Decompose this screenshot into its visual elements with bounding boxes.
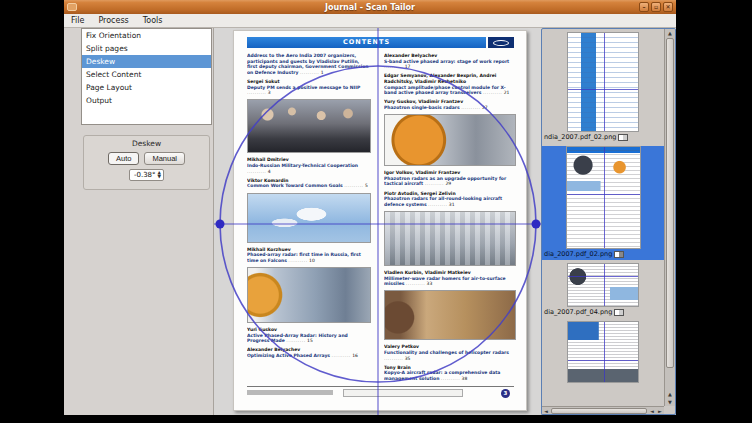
- toc-entry: Alexander Belyachev Optimizing Active Ph…: [247, 347, 371, 358]
- right-page-icon: [614, 251, 624, 258]
- menubar: File Process Tools: [64, 14, 676, 28]
- scan-tailor-window: Journal - Scan Tailor – ▫ ✕ File Process…: [64, 0, 676, 415]
- thumbnail-item[interactable]: dia_2007.pdf_04.png: [542, 263, 664, 318]
- deskew-options-panel: Deskew Auto Manual -0.38° ▲ ▼: [83, 135, 210, 190]
- turbine-engine-photo: [247, 267, 371, 323]
- left-page-icon: [618, 134, 628, 141]
- footer-box: [343, 389, 463, 397]
- toc-entry: Yury Guskov, Vladimir Frantzev Phazotron…: [384, 99, 516, 110]
- thumbnail-filename: dia_2007.pdf_02.png: [544, 250, 612, 258]
- stage-list: Fix Orientation Split pages Deskew Selec…: [81, 28, 212, 125]
- toc-column-left: Address to the Aero India 2007 organizer…: [247, 53, 371, 384]
- scroll-right-icon[interactable]: ►: [656, 408, 664, 414]
- horizontal-scrollbar[interactable]: ◄ ◄ ►: [542, 406, 664, 414]
- toc-entry: Tony Brain Kopyo-A aircraft radar: a com…: [384, 365, 516, 382]
- stage-sidebar: Fix Orientation Split pages Deskew Selec…: [64, 28, 214, 415]
- deskew-panel-title: Deskew: [84, 139, 209, 148]
- deskew-manual-button[interactable]: Manual: [144, 152, 185, 165]
- vertical-scrollbar-thumb[interactable]: [666, 38, 674, 368]
- thumbnail-page-image: [567, 321, 639, 383]
- publisher-line: [247, 390, 333, 395]
- page-viewer[interactable]: CONTENTS Address to the Aero India 2007 …: [214, 28, 541, 415]
- minimize-button[interactable]: –: [639, 2, 649, 12]
- thumbnail-page-image: [566, 146, 641, 249]
- thumbnail-item[interactable]: ndia_2007.pdf_02.png: [542, 32, 664, 143]
- toc-entry: Viktor Komardin Common Work Toward Commo…: [247, 178, 371, 189]
- radar-antenna-photo: [384, 114, 516, 166]
- menu-process[interactable]: Process: [98, 16, 128, 25]
- toc-entry: Sergei Sokut Deputy PM sends a positive …: [247, 79, 371, 96]
- contents-banner: CONTENTS: [247, 37, 514, 48]
- stage-item-select-content[interactable]: Select Content: [82, 68, 211, 81]
- scroll-up-icon[interactable]: ▲: [665, 29, 675, 37]
- menu-tools[interactable]: Tools: [143, 16, 163, 25]
- toc-entry: Alexander Belyachev S-band active phased…: [384, 53, 516, 70]
- page-footer: 3: [247, 386, 514, 400]
- toc-entry: Mikhail Korzhuev Phased-array radar: fir…: [247, 247, 371, 264]
- thumbnail-panel: ndia_2007.pdf_02.png dia_2007.pdf_02.png: [541, 28, 676, 415]
- stage-item-output[interactable]: Output: [82, 94, 211, 107]
- toc-entry: Yuri Guskov Active Phased-Array Radar: H…: [247, 327, 371, 344]
- screen: Journal - Scan Tailor – ▫ ✕ File Process…: [0, 0, 752, 423]
- contents-title: CONTENTS: [247, 37, 486, 48]
- toc-entry: Mikhail Dmitriev Indo-Russian Military-T…: [247, 157, 371, 174]
- scroll-up-icon[interactable]: ▲: [665, 390, 675, 398]
- toc-column-right: Alexander Belyachev S-band active phased…: [384, 53, 516, 384]
- close-button[interactable]: ✕: [663, 2, 673, 12]
- menu-file[interactable]: File: [71, 16, 84, 25]
- thumbnail-filename: ndia_2007.pdf_02.png: [544, 133, 616, 141]
- scroll-left-icon[interactable]: ◄: [648, 408, 656, 414]
- deskew-auto-button[interactable]: Auto: [108, 152, 139, 165]
- deskew-handle-right[interactable]: [532, 220, 541, 229]
- toc-entry: Valery Petkov Functionality and challeng…: [384, 344, 516, 361]
- magazine-logo-icon: [488, 37, 514, 48]
- toc-entry: Igor Volkov, Vladimir Frantzev Phazotron…: [384, 170, 516, 187]
- window-title: Journal - Scan Tailor: [64, 3, 676, 12]
- thumbnail-page-image: [567, 263, 639, 307]
- thumbnail-item[interactable]: [542, 321, 664, 383]
- stage-item-deskew[interactable]: Deskew: [82, 55, 211, 68]
- deskew-angle-spinner[interactable]: -0.38° ▲ ▼: [129, 169, 164, 181]
- scroll-down-icon[interactable]: ▼: [665, 398, 675, 406]
- toc-entry: Vladlen Kurbin, Vladimir Matkeiev Millim…: [384, 270, 516, 287]
- left-page-icon: [614, 309, 624, 316]
- scroll-left-icon[interactable]: ◄: [542, 408, 550, 414]
- officials-handshake-photo: [247, 99, 371, 153]
- thumbnail-page-image: [567, 32, 639, 132]
- missile-seeker-photo: [384, 290, 516, 340]
- page-number-badge: 3: [501, 389, 510, 398]
- thumbnail-filename: dia_2007.pdf_04.png: [544, 308, 612, 316]
- deskew-angle-value: -0.38°: [132, 171, 158, 179]
- vertical-scrollbar[interactable]: ▲ ▲ ▼: [664, 29, 675, 406]
- toc-entry: Piotr Avtodin, Sergei Zelivin Phazotron …: [384, 191, 516, 208]
- spin-down-icon[interactable]: ▼: [158, 175, 161, 179]
- toc-entry: Address to the Aero India 2007 organizer…: [247, 53, 371, 76]
- electronics-unit-photo: [384, 211, 516, 266]
- toc-entry: Edgar Semyanov, Alexander Bexprin, Andre…: [384, 73, 516, 96]
- stage-item-split-pages[interactable]: Split pages: [82, 42, 211, 55]
- deskew-handle-left[interactable]: [216, 220, 225, 229]
- scanned-page: CONTENTS Address to the Aero India 2007 …: [233, 30, 527, 411]
- aircraft-photo: [247, 193, 371, 243]
- thumbnail-list: ndia_2007.pdf_02.png dia_2007.pdf_02.png: [542, 29, 664, 406]
- titlebar: Journal - Scan Tailor – ▫ ✕: [64, 0, 676, 14]
- stage-item-page-layout[interactable]: Page Layout: [82, 81, 211, 94]
- stage-item-fix-orientation[interactable]: Fix Orientation: [82, 29, 211, 42]
- maximize-button[interactable]: ▫: [651, 2, 661, 12]
- horizontal-scrollbar-thumb[interactable]: [551, 408, 647, 414]
- thumbnail-item-selected[interactable]: dia_2007.pdf_02.png: [542, 146, 664, 260]
